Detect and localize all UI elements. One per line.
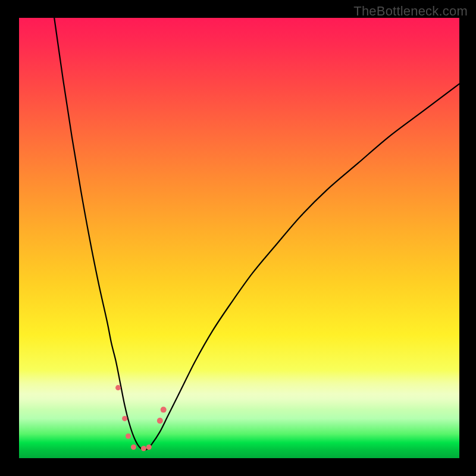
curve-marker [146,444,152,450]
bottleneck-curve [54,18,459,450]
chart-frame: TheBottleneck.com [0,0,476,476]
watermark-text: TheBottleneck.com [353,4,468,19]
curve-marker [157,418,163,424]
curve-marker [161,407,167,413]
curve-marker [131,444,136,450]
plot-area [19,18,459,458]
curve-marker [126,434,131,439]
curve-marker [122,416,127,421]
bottleneck-curve-svg [19,18,459,458]
curve-marker [141,446,146,451]
curve-marker [115,385,121,390]
